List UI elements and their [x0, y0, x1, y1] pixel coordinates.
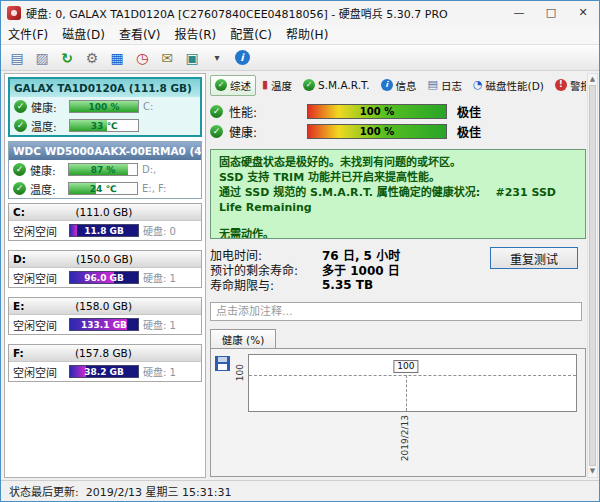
hard-disk-icon[interactable]: ▤: [6, 47, 28, 69]
drive-temp-row: ✓ 温度: 24 ℃ E:, F:: [9, 179, 201, 198]
free-space-label: 空闲空间: [13, 317, 65, 333]
menu-disk[interactable]: 磁盘(D): [55, 25, 112, 45]
free-space-label: 空闲空间: [13, 270, 65, 286]
health-bar: 87 %: [68, 163, 138, 176]
sidebar-drive-wdc[interactable]: WDC WD5000AAKX-00ERMA0 (465.8 GB) ✓ 健康: …: [8, 141, 202, 199]
scroll-down-icon[interactable]: ▼: [588, 466, 597, 477]
partition-disk-label: 硬盘: 1: [143, 270, 176, 285]
tab-overview[interactable]: ✓ 综述: [210, 75, 256, 96]
menu-report[interactable]: 报告(R): [167, 25, 223, 45]
health-rating: 极佳: [457, 123, 481, 140]
partition-free-row: 空闲空间 133.1 GB 硬盘: 1: [9, 315, 201, 334]
temp-ok-icon: ✓: [13, 182, 26, 195]
dropdown-arrow-icon[interactable]: ▾: [206, 47, 228, 69]
tab-disk-performance[interactable]: ◔ 磁盘性能(D): [468, 75, 549, 96]
health-bar-value: 87 %: [69, 165, 137, 175]
monitor-icon[interactable]: ▣: [181, 47, 203, 69]
disk-detect-icon[interactable]: ▨: [31, 47, 53, 69]
health-value: 100 %: [308, 125, 446, 138]
status-line: 固态硬盘状态是极好的。未找到有问题的或坏区。: [219, 155, 577, 170]
tab-information[interactable]: i 信息: [376, 75, 422, 96]
free-space-value: 38.2 GB: [70, 367, 138, 377]
toolbar: ▤ ▨ ↻ ⚙ ▦ ◷ ✉ ▣ ▾ i: [1, 45, 599, 71]
chart-tab-health[interactable]: 健康 (%): [210, 329, 276, 348]
sidebar-drive-galax[interactable]: GALAX TA1D0120A (111.8 GB) ✓ 健康: 100 % C…: [8, 77, 202, 137]
stats-area: 加电时间: 76 日, 5 小时 预计的剩余寿命: 多于 1000 日 寿命期限…: [210, 247, 586, 292]
tab-label: 磁盘性能(D): [486, 78, 544, 93]
temp-label: 温度:: [30, 181, 64, 197]
status-line: SSD 支持 TRIM 功能并已开启来提高性能。: [219, 170, 577, 185]
x-axis-tick: 2019/2/13: [400, 415, 410, 461]
main-area: GALAX TA1D0120A (111.8 GB) ✓ 健康: 100 % C…: [1, 71, 599, 480]
tab-temperature[interactable]: ▮ 温度: [257, 75, 297, 96]
performance-row: ✓ 性能: 100 % 极佳: [210, 101, 586, 121]
partition-free-row: 空闲空间 38.2 GB 硬盘: 1: [9, 362, 201, 381]
scroll-up-icon[interactable]: ▲: [588, 74, 597, 85]
mail-icon[interactable]: ✉: [156, 47, 178, 69]
menu-help[interactable]: 帮助(H): [279, 25, 335, 45]
partition-header: F: (157.8 GB): [9, 345, 201, 362]
chart-plot-wrap: 100 100 2019/2/13: [235, 354, 577, 474]
gauge-icon: ◔: [473, 79, 483, 91]
menu-view[interactable]: 查看(V): [112, 25, 168, 45]
free-space-bar: 96.0 GB: [69, 271, 139, 284]
partition-letter: C:: [13, 206, 25, 218]
partition-disk-label: 硬盘: 1: [143, 317, 176, 332]
drive-partition-letters: D:,: [142, 164, 156, 175]
thermometer-icon: ▮: [262, 79, 268, 91]
sidebar-partition-c[interactable]: C: (111.0 GB) 空闲空间 11.8 GB 硬盘: 0: [8, 203, 202, 241]
health-label: 健康:: [229, 123, 301, 140]
menu-file[interactable]: 文件(F): [1, 25, 55, 45]
health-chart-panel: 100 100 2019/2/13: [210, 348, 586, 477]
refresh-icon[interactable]: ↻: [56, 47, 78, 69]
status-text-box: 固态硬盘状态是极好的。未找到有问题的或坏区。 SSD 支持 TRIM 功能并已开…: [210, 149, 586, 239]
partition-size: (158.0 GB): [24, 300, 183, 312]
tab-label: 日志: [441, 78, 462, 93]
sidebar-partition-f[interactable]: F: (157.8 GB) 空闲空间 38.2 GB 硬盘: 1: [8, 344, 202, 382]
surface-test-icon[interactable]: ▦: [106, 47, 128, 69]
info-icon-glyph: i: [235, 50, 250, 65]
info-icon[interactable]: i: [231, 47, 253, 69]
tab-smart[interactable]: ✓ S.M.A.R.T.: [298, 75, 375, 96]
log-icon: ▤: [428, 79, 438, 91]
free-space-value: 133.1 GB: [70, 320, 138, 330]
partition-free-row: 空闲空间 11.8 GB 硬盘: 0: [9, 221, 201, 240]
partition-letter: E:: [13, 300, 24, 312]
sidebar-partition-d[interactable]: D: (150.0 GB) 空闲空间 96.0 GB 硬盘: 1: [8, 250, 202, 288]
y-axis-tick: 100: [235, 364, 245, 381]
partition-header: E: (158.0 GB): [9, 298, 201, 315]
partition-size: (111.0 GB): [25, 206, 183, 218]
clock-icon[interactable]: ◷: [131, 47, 153, 69]
health-ok-icon: ✓: [210, 125, 223, 138]
tab-label: 警报(A): [570, 78, 586, 93]
tab-label: 温度: [271, 78, 292, 93]
retest-button[interactable]: 重复测试: [490, 247, 578, 269]
partition-size: (157.8 GB): [24, 347, 183, 359]
free-space-bar: 11.8 GB: [69, 224, 139, 237]
tab-label: 综述: [230, 78, 251, 93]
stat-value: 5.35 TB: [322, 278, 373, 292]
tab-log[interactable]: ▤ 日志: [423, 75, 467, 96]
disk-sidebar: GALAX TA1D0120A (111.8 GB) ✓ 健康: 100 % C…: [4, 73, 206, 478]
menu-config[interactable]: 配置(C): [223, 25, 279, 45]
tools-icon[interactable]: ⚙: [81, 47, 103, 69]
health-ok-icon: ✓: [14, 100, 27, 113]
tab-alerts[interactable]: ! 警报(A): [550, 75, 586, 96]
scrollbar-thumb[interactable]: [589, 85, 596, 466]
sidebar-partition-e[interactable]: E: (158.0 GB) 空闲空间 133.1 GB 硬盘: 1: [8, 297, 202, 335]
comment-input[interactable]: [210, 302, 582, 321]
close-button[interactable]: ✕: [567, 1, 599, 25]
minimize-button[interactable]: —: [503, 1, 535, 25]
save-chart-icon[interactable]: [215, 356, 230, 371]
status-line: 通过 SSD 规范的 S.M.A.R.T. 属性确定的健康状况: #231 SS…: [219, 185, 577, 215]
chart-guideline-horizontal: [249, 375, 576, 376]
maximize-button[interactable]: □: [535, 1, 567, 25]
partition-disk-label: 硬盘: 1: [143, 364, 176, 379]
vertical-scrollbar[interactable]: ▲ ▼: [587, 73, 598, 478]
tab-bar: ✓ 综述 ▮ 温度 ✓ S.M.A.R.T. i 信息 ▤ 日志: [210, 73, 586, 97]
drive-name: GALAX TA1D0120A (111.8 GB): [10, 79, 200, 97]
performance-ok-icon: ✓: [210, 105, 223, 118]
temp-bar: 24 ℃: [68, 182, 138, 195]
drive-name: WDC WD5000AAKX-00ERMA0 (465.8 GB): [9, 142, 201, 160]
chart-plot: 100: [248, 354, 577, 412]
